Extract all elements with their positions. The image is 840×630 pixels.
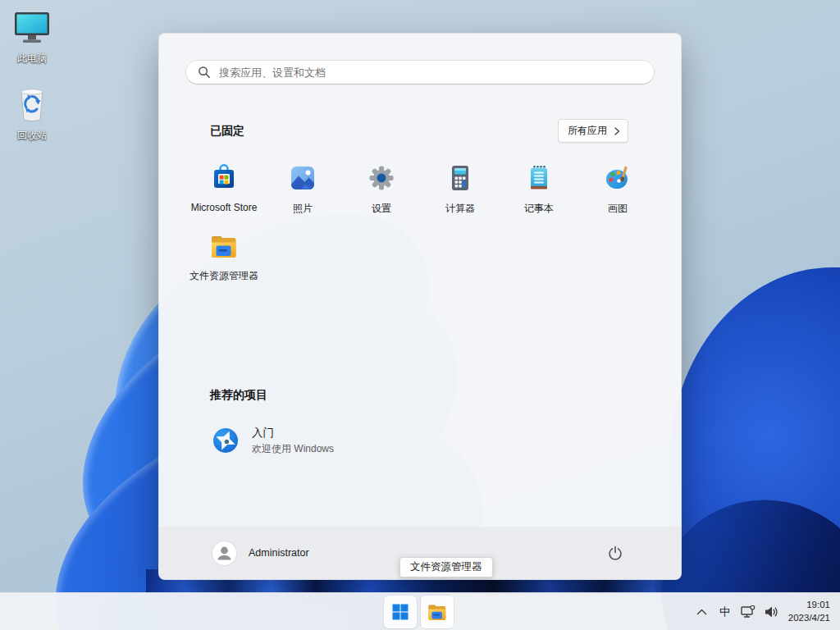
pinned-app-settings[interactable]: 设置 bbox=[342, 158, 421, 226]
power-icon bbox=[608, 546, 623, 560]
search-input[interactable] bbox=[219, 66, 642, 79]
search-row bbox=[159, 34, 681, 84]
taskbar-tooltip: 文件资源管理器 bbox=[399, 557, 493, 578]
desktop-icon-label: 回收站 bbox=[17, 129, 47, 143]
taskbar: 中 bbox=[0, 592, 840, 630]
pinned-app-paint[interactable]: 画图 bbox=[578, 158, 657, 226]
pinned-title: 已固定 bbox=[210, 124, 244, 139]
search-icon bbox=[198, 66, 211, 79]
network-button[interactable] bbox=[737, 599, 759, 625]
file-explorer-icon bbox=[209, 232, 239, 263]
power-button[interactable] bbox=[601, 539, 629, 567]
pinned-app-file-explorer[interactable]: 文件资源管理器 bbox=[185, 226, 263, 295]
file-explorer-icon bbox=[427, 602, 448, 622]
settings-icon bbox=[367, 163, 396, 196]
windows-logo-icon bbox=[392, 604, 409, 620]
pinned-app-microsoft-store[interactable]: Microsoft Store bbox=[185, 158, 263, 226]
pinned-section-header: 已固定 所有应用 bbox=[210, 119, 628, 143]
network-icon bbox=[741, 605, 756, 619]
speaker-icon bbox=[764, 605, 778, 619]
recommended-item-get-started[interactable]: 入门 欢迎使用 Windows bbox=[203, 419, 450, 462]
all-apps-button[interactable]: 所有应用 bbox=[558, 119, 628, 143]
desktop-icon-recycle-bin[interactable]: 回收站 bbox=[0, 85, 64, 143]
taskbar-clock[interactable]: 19:01 2023/4/21 bbox=[783, 597, 835, 626]
pinned-app-label: 文件资源管理器 bbox=[189, 269, 258, 283]
start-button[interactable] bbox=[384, 596, 417, 628]
recommended-section-header: 推荐的项目 bbox=[210, 387, 630, 403]
get-started-icon bbox=[210, 425, 241, 456]
pinned-app-notepad[interactable]: 记事本 bbox=[500, 158, 578, 226]
recommended-item-text: 入门 欢迎使用 Windows bbox=[252, 426, 334, 456]
pinned-app-label: 记事本 bbox=[524, 202, 554, 216]
paint-icon bbox=[603, 163, 632, 196]
taskbar-center-icons bbox=[384, 596, 454, 628]
pinned-app-grid: Microsoft Store 照片 bbox=[185, 158, 655, 295]
pinned-app-label: 计算器 bbox=[445, 202, 475, 216]
microsoft-store-icon bbox=[209, 163, 239, 196]
notepad-icon bbox=[524, 163, 554, 196]
clock-time: 19:01 bbox=[788, 599, 830, 612]
recommended-item-subtitle: 欢迎使用 Windows bbox=[252, 442, 334, 456]
pinned-app-label: 照片 bbox=[293, 202, 313, 216]
recommended-item-title: 入门 bbox=[252, 426, 334, 441]
user-avatar[interactable] bbox=[212, 541, 236, 565]
pinned-app-photos[interactable]: 照片 bbox=[263, 158, 342, 226]
clock-date: 2023/4/21 bbox=[788, 612, 830, 625]
chevron-up-icon bbox=[696, 609, 707, 615]
chevron-right-icon bbox=[614, 127, 620, 135]
ime-indicator[interactable]: 中 bbox=[714, 599, 736, 625]
desktop-screen: 此电脑 回收站 bbox=[0, 0, 840, 630]
this-pc-icon bbox=[13, 10, 51, 49]
start-menu: 已固定 所有应用 bbox=[158, 33, 682, 580]
search-box[interactable] bbox=[185, 60, 655, 84]
taskbar-app-file-explorer[interactable] bbox=[421, 596, 454, 628]
desktop-icon-this-pc[interactable]: 此电脑 bbox=[0, 10, 64, 66]
pinned-app-calculator[interactable]: 计算器 bbox=[421, 158, 500, 226]
pinned-app-label: 画图 bbox=[608, 202, 628, 216]
volume-button[interactable] bbox=[760, 599, 782, 625]
recycle-bin-icon bbox=[14, 85, 50, 126]
ime-label: 中 bbox=[719, 605, 731, 619]
all-apps-label: 所有应用 bbox=[568, 124, 607, 138]
pinned-app-label: 设置 bbox=[372, 202, 391, 216]
hidden-icons-button[interactable] bbox=[692, 599, 713, 625]
system-tray: 中 bbox=[692, 593, 835, 630]
calculator-icon bbox=[445, 163, 475, 196]
recommended-title: 推荐的项目 bbox=[210, 388, 267, 401]
desktop-icon-label: 此电脑 bbox=[17, 52, 47, 66]
photos-icon bbox=[288, 163, 317, 196]
user-name: Administrator bbox=[249, 547, 309, 559]
pinned-app-label: Microsoft Store bbox=[191, 202, 258, 213]
